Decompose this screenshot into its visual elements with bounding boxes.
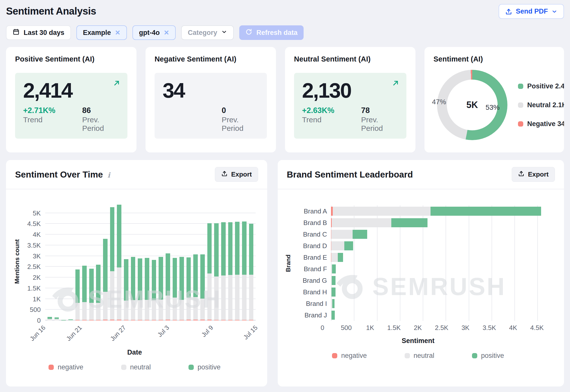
stacked-bar-Jul 1[interactable] bbox=[152, 202, 156, 320]
bar-track[interactable] bbox=[331, 276, 549, 285]
legend-label: neutral bbox=[130, 363, 151, 371]
bar-track[interactable] bbox=[331, 288, 549, 297]
bar-segment-positive bbox=[214, 223, 219, 276]
legend-swatch bbox=[121, 365, 126, 370]
bar-segment-positive bbox=[344, 241, 353, 250]
stacked-bar-Jul 6[interactable] bbox=[186, 202, 191, 320]
stacked-bar-Jul 9[interactable] bbox=[207, 202, 212, 320]
stacked-bar-Jul 7[interactable] bbox=[193, 202, 198, 320]
bar-segment-positive bbox=[124, 259, 128, 301]
legend-label: Neutral 2.1K bbox=[527, 101, 564, 109]
stacked-bar-Jun 21[interactable] bbox=[82, 202, 87, 320]
stacked-bar-Jul 11[interactable] bbox=[221, 202, 226, 320]
hbar-chart: SEMRUSH Brand Brand ABrand BBrand CBrand… bbox=[278, 189, 564, 386]
bar-track[interactable] bbox=[331, 264, 549, 273]
category-dropdown[interactable]: Category bbox=[181, 25, 234, 40]
legend-item-neutral[interactable]: neutral bbox=[405, 352, 435, 360]
x-tick-label: Jun 21 bbox=[65, 324, 83, 343]
legend-item-negative[interactable]: negative bbox=[332, 352, 367, 360]
y-tick-label: 4.5K bbox=[27, 220, 41, 228]
stacked-bar-Jul 14[interactable] bbox=[242, 202, 247, 320]
page-title: Sentiment Analysis bbox=[6, 4, 96, 17]
trend-up-arrow-icon[interactable] bbox=[113, 79, 120, 88]
bar-track[interactable] bbox=[331, 299, 549, 308]
bar-segment-positive bbox=[331, 288, 336, 297]
stacked-bar-Jun 26[interactable] bbox=[117, 202, 121, 320]
legend-swatch bbox=[472, 353, 477, 358]
y-tick-label: 5K bbox=[33, 209, 41, 217]
stacked-bar-Jun 27[interactable] bbox=[124, 202, 128, 320]
filter-chip-example[interactable]: Example ✕ bbox=[76, 25, 127, 40]
send-pdf-button[interactable]: Send PDF bbox=[499, 4, 564, 19]
bar-segment-neutral bbox=[138, 300, 142, 320]
info-icon[interactable]: i bbox=[107, 171, 110, 179]
filter-bar: Last 30 days Example ✕ gpt-4o ✕ Category… bbox=[6, 25, 564, 40]
bar-track[interactable] bbox=[331, 218, 549, 227]
stacked-bar-Jun 25[interactable] bbox=[110, 202, 115, 320]
stacked-bar-Jul 2[interactable] bbox=[159, 202, 163, 320]
stacked-bar-Jul 10[interactable] bbox=[214, 202, 219, 320]
stacked-bar-Jul 12[interactable] bbox=[228, 202, 233, 320]
trend-up-arrow-icon[interactable] bbox=[392, 79, 399, 88]
donut-legend-item[interactable]: Negative 34 bbox=[518, 120, 564, 128]
refresh-data-button[interactable]: Refresh data bbox=[239, 25, 304, 40]
leaderboard-row-Brand A: Brand A bbox=[293, 205, 551, 217]
legend-item-positive[interactable]: positive bbox=[188, 363, 221, 371]
stacked-bar-Jul 4[interactable] bbox=[173, 202, 177, 320]
bar-slot-Jun 26 bbox=[116, 202, 123, 320]
stacked-bar-Jun 29[interactable] bbox=[138, 202, 142, 320]
bar-track[interactable] bbox=[331, 230, 549, 239]
stacked-bar-Jun 24[interactable] bbox=[103, 202, 108, 320]
bar-segment-positive bbox=[207, 223, 212, 273]
x-tick-label: 4K bbox=[509, 324, 517, 332]
date-range-button[interactable]: Last 30 days bbox=[6, 25, 71, 40]
bar-slot-Jun 22 bbox=[88, 202, 95, 320]
donut-legend-item[interactable]: Positive 2.4K bbox=[518, 82, 564, 90]
legend-item-negative[interactable]: negative bbox=[49, 363, 83, 371]
bar-segment-neutral bbox=[124, 301, 128, 320]
x-tick-label: 500 bbox=[341, 324, 352, 332]
stacked-bar-Jul 3[interactable] bbox=[166, 202, 170, 320]
stacked-bar-Jun 19[interactable] bbox=[68, 202, 73, 320]
stacked-bar-Jun 16[interactable] bbox=[48, 202, 52, 320]
export-button[interactable]: Export bbox=[512, 167, 555, 182]
remove-filter-icon[interactable]: ✕ bbox=[164, 29, 169, 36]
x-tick-label: 3K bbox=[461, 324, 469, 332]
bar-segment-positive bbox=[159, 257, 163, 300]
stacked-bar-Jun 30[interactable] bbox=[145, 202, 149, 320]
stacked-bar-Jul 5[interactable] bbox=[179, 202, 184, 320]
bar-track[interactable] bbox=[331, 207, 549, 216]
stacked-bar-Jun 22[interactable] bbox=[89, 202, 94, 320]
filter-chip-gpt-4o[interactable]: gpt-4o ✕ bbox=[132, 25, 176, 40]
chart-title: Sentiment Over Time bbox=[15, 170, 103, 180]
legend-item-positive[interactable]: positive bbox=[472, 352, 504, 360]
export-button[interactable]: Export bbox=[215, 167, 258, 182]
bar-slot-Jun 21 bbox=[81, 202, 88, 320]
legend-item-neutral[interactable]: neutral bbox=[121, 363, 151, 371]
stacked-bar-Jun 18[interactable] bbox=[61, 202, 66, 320]
bar-segment-negative bbox=[110, 320, 115, 320]
stacked-bar-Jun 28[interactable] bbox=[131, 202, 135, 320]
stacked-bar-Jul 13[interactable] bbox=[235, 202, 240, 320]
bar-segment-positive bbox=[331, 311, 335, 320]
stacked-bar-Jul 8[interactable] bbox=[200, 202, 205, 320]
donut-legend-item[interactable]: Neutral 2.1K bbox=[518, 101, 564, 109]
brand-label: Brand D bbox=[293, 242, 327, 250]
bar-track[interactable] bbox=[331, 241, 549, 250]
bar-track[interactable] bbox=[331, 311, 549, 320]
stacked-bar-Jul 15[interactable] bbox=[249, 202, 254, 320]
bar-segment-neutral bbox=[235, 275, 240, 320]
y-axis-title: Brand bbox=[285, 205, 292, 321]
bar-segment-neutral bbox=[331, 253, 338, 262]
kpi-title: Neutral Sentiment (AI) bbox=[294, 55, 406, 63]
bar-slot-Jul 1 bbox=[151, 202, 158, 320]
stacked-bar-Jun 20[interactable] bbox=[75, 202, 80, 320]
x-tick-label: 3.5K bbox=[483, 324, 496, 332]
bar-track[interactable] bbox=[331, 253, 549, 262]
bar-slot-Jun 30 bbox=[144, 202, 151, 320]
stacked-bar-Jun 23[interactable] bbox=[96, 202, 101, 320]
stacked-bar-Jun 17[interactable] bbox=[55, 202, 59, 320]
topbar: Sentiment Analysis Send PDF bbox=[6, 4, 564, 19]
remove-filter-icon[interactable]: ✕ bbox=[115, 29, 120, 36]
upload-icon bbox=[505, 8, 512, 15]
